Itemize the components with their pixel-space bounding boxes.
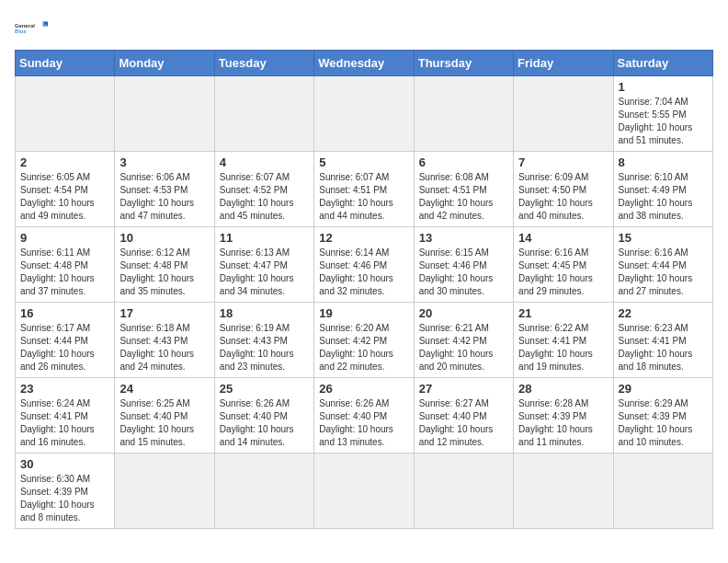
day-info: Sunrise: 6:07 AMSunset: 4:52 PMDaylight:… [220,171,309,223]
calendar-week-row: 23Sunrise: 6:24 AMSunset: 4:41 PMDayligh… [16,378,713,454]
day-number: 24 [119,382,209,396]
calendar-day-cell: 18Sunrise: 6:19 AMSunset: 4:43 PMDayligh… [214,303,313,378]
weekday-header-sunday: Sunday [16,51,115,76]
calendar-day-cell: 21Sunrise: 6:22 AMSunset: 4:41 PMDayligh… [514,303,613,378]
day-info: Sunrise: 6:16 AMSunset: 4:45 PMDaylight:… [518,247,608,298]
calendar-day-cell [214,76,313,152]
calendar-day-cell: 24Sunrise: 6:25 AMSunset: 4:40 PMDayligh… [115,378,214,454]
day-info: Sunrise: 6:23 AMSunset: 4:41 PMDaylight:… [619,322,708,373]
calendar-day-cell [314,454,414,529]
calendar-day-cell [115,76,214,152]
calendar-day-cell: 2Sunrise: 6:05 AMSunset: 4:54 PMDaylight… [16,152,115,227]
calendar-day-cell: 6Sunrise: 6:08 AMSunset: 4:51 PMDaylight… [414,152,513,227]
day-info: Sunrise: 6:07 AMSunset: 4:51 PMDaylight:… [319,171,408,223]
calendar-week-row: 9Sunrise: 6:11 AMSunset: 4:48 PMDaylight… [16,227,713,303]
weekday-header-thursday: Thursday [414,51,513,76]
calendar-day-cell [414,454,513,529]
day-info: Sunrise: 6:26 AMSunset: 4:40 PMDaylight:… [220,397,309,449]
day-info: Sunrise: 6:26 AMSunset: 4:40 PMDaylight:… [319,397,408,449]
calendar-day-cell: 19Sunrise: 6:20 AMSunset: 4:42 PMDayligh… [314,303,414,378]
day-info: Sunrise: 6:16 AMSunset: 4:44 PMDaylight:… [619,247,708,298]
day-number: 6 [419,155,508,169]
day-number: 23 [20,382,109,396]
calendar-day-cell: 26Sunrise: 6:26 AMSunset: 4:40 PMDayligh… [314,378,414,454]
logo: General Blue [15,15,48,40]
weekday-header-saturday: Saturday [613,51,712,76]
calendar-day-cell: 22Sunrise: 6:23 AMSunset: 4:41 PMDayligh… [613,303,712,378]
calendar-day-cell: 4Sunrise: 6:07 AMSunset: 4:52 PMDaylight… [214,152,313,227]
day-number: 4 [220,155,309,169]
calendar-day-cell [115,454,214,529]
day-info: Sunrise: 6:24 AMSunset: 4:41 PMDaylight:… [20,397,109,449]
calendar-table: SundayMondayTuesdayWednesdayThursdayFrid… [15,50,713,529]
day-number: 3 [119,155,209,169]
weekday-header-tuesday: Tuesday [214,51,313,76]
calendar-day-cell: 11Sunrise: 6:13 AMSunset: 4:47 PMDayligh… [214,227,313,303]
svg-text:Blue: Blue [15,29,27,34]
calendar-week-row: 1Sunrise: 7:04 AMSunset: 5:55 PMDaylight… [16,76,713,152]
calendar-day-cell [314,76,414,152]
day-number: 22 [619,306,708,320]
day-info: Sunrise: 6:06 AMSunset: 4:53 PMDaylight:… [119,171,209,223]
day-info: Sunrise: 6:20 AMSunset: 4:42 PMDaylight:… [319,322,408,373]
day-number: 12 [319,231,408,245]
calendar-day-cell: 7Sunrise: 6:09 AMSunset: 4:50 PMDaylight… [514,152,613,227]
day-info: Sunrise: 6:18 AMSunset: 4:43 PMDaylight:… [119,322,209,373]
day-info: Sunrise: 6:27 AMSunset: 4:40 PMDaylight:… [419,397,508,449]
calendar-day-cell: 10Sunrise: 6:12 AMSunset: 4:48 PMDayligh… [115,227,214,303]
day-info: Sunrise: 6:25 AMSunset: 4:40 PMDaylight:… [119,397,209,449]
calendar-day-cell: 29Sunrise: 6:29 AMSunset: 4:39 PMDayligh… [613,378,712,454]
page-header: General Blue [15,15,713,40]
calendar-day-cell: 14Sunrise: 6:16 AMSunset: 4:45 PMDayligh… [514,227,613,303]
calendar-day-cell [414,76,513,152]
day-info: Sunrise: 6:17 AMSunset: 4:44 PMDaylight:… [20,322,109,373]
day-info: Sunrise: 6:10 AMSunset: 4:49 PMDaylight:… [619,171,708,223]
day-number: 26 [319,382,408,396]
logo-icon: General Blue [15,15,48,40]
calendar-day-cell: 12Sunrise: 6:14 AMSunset: 4:46 PMDayligh… [314,227,414,303]
calendar-day-cell: 28Sunrise: 6:28 AMSunset: 4:39 PMDayligh… [514,378,613,454]
day-info: Sunrise: 6:22 AMSunset: 4:41 PMDaylight:… [518,322,608,373]
calendar-day-cell: 9Sunrise: 6:11 AMSunset: 4:48 PMDaylight… [16,227,115,303]
calendar-day-cell: 1Sunrise: 7:04 AMSunset: 5:55 PMDaylight… [613,76,712,152]
day-number: 9 [20,231,109,245]
day-number: 15 [619,231,708,245]
weekday-header-wednesday: Wednesday [314,51,414,76]
day-info: Sunrise: 6:13 AMSunset: 4:47 PMDaylight:… [220,247,309,298]
day-number: 16 [20,306,109,320]
svg-text:General: General [15,23,35,29]
day-number: 19 [319,306,408,320]
day-info: Sunrise: 6:19 AMSunset: 4:43 PMDaylight:… [220,322,309,373]
day-number: 1 [619,80,708,94]
calendar-week-row: 16Sunrise: 6:17 AMSunset: 4:44 PMDayligh… [16,303,713,378]
calendar-day-cell: 3Sunrise: 6:06 AMSunset: 4:53 PMDaylight… [115,152,214,227]
day-info: Sunrise: 6:05 AMSunset: 4:54 PMDaylight:… [20,171,109,223]
day-number: 13 [419,231,508,245]
day-number: 17 [119,306,209,320]
day-number: 21 [518,306,608,320]
day-info: Sunrise: 7:04 AMSunset: 5:55 PMDaylight:… [619,96,708,147]
day-number: 29 [619,382,708,396]
day-number: 28 [518,382,608,396]
day-number: 14 [518,231,608,245]
calendar-day-cell: 30Sunrise: 6:30 AMSunset: 4:39 PMDayligh… [16,454,115,529]
calendar-header-row: SundayMondayTuesdayWednesdayThursdayFrid… [16,51,713,76]
day-info: Sunrise: 6:28 AMSunset: 4:39 PMDaylight:… [518,397,608,449]
calendar-day-cell: 23Sunrise: 6:24 AMSunset: 4:41 PMDayligh… [16,378,115,454]
day-number: 8 [619,155,708,169]
calendar-day-cell [514,76,613,152]
day-info: Sunrise: 6:12 AMSunset: 4:48 PMDaylight:… [119,247,209,298]
calendar-day-cell [214,454,313,529]
day-info: Sunrise: 6:11 AMSunset: 4:48 PMDaylight:… [20,247,109,298]
calendar-day-cell: 15Sunrise: 6:16 AMSunset: 4:44 PMDayligh… [613,227,712,303]
day-info: Sunrise: 6:08 AMSunset: 4:51 PMDaylight:… [419,171,508,223]
day-number: 30 [20,457,109,471]
day-number: 5 [319,155,408,169]
day-number: 20 [419,306,508,320]
calendar-day-cell [514,454,613,529]
calendar-day-cell: 5Sunrise: 6:07 AMSunset: 4:51 PMDaylight… [314,152,414,227]
day-number: 11 [220,231,309,245]
calendar-day-cell [613,454,712,529]
calendar-week-row: 2Sunrise: 6:05 AMSunset: 4:54 PMDaylight… [16,152,713,227]
day-info: Sunrise: 6:21 AMSunset: 4:42 PMDaylight:… [419,322,508,373]
